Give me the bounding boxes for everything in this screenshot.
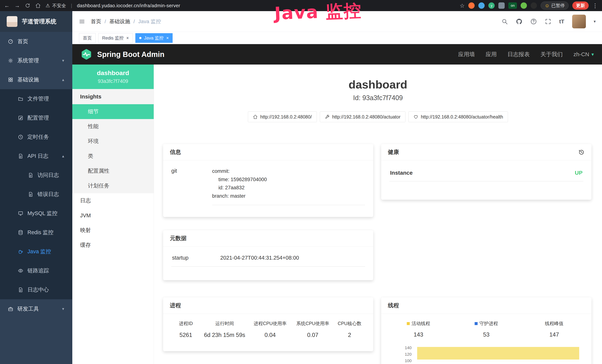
- chrome-update-button[interactable]: 更新: [572, 1, 589, 10]
- sba-menu-environment[interactable]: 环境: [72, 134, 154, 149]
- locale-label: zh-CN: [573, 51, 589, 57]
- reload-button[interactable]: [25, 3, 30, 8]
- sba-menu-scheduled-tasks[interactable]: 计划任务: [72, 178, 154, 193]
- sidebar-item-redis-monitor[interactable]: Redis 监控: [0, 223, 72, 242]
- legend-daemon-value: 53: [448, 331, 525, 338]
- metadata-card-title: 元数据: [163, 230, 373, 247]
- clock-icon: [18, 134, 23, 140]
- sba-menu-classes[interactable]: 类: [72, 149, 154, 163]
- hamburger-icon[interactable]: [79, 18, 85, 25]
- sidebar-item-label: 配置管理: [27, 114, 49, 122]
- close-icon[interactable]: ×: [126, 35, 129, 41]
- puzzle-extension-icon[interactable]: [498, 2, 505, 9]
- toolbox-icon: [8, 306, 13, 312]
- droplet-extension-icon[interactable]: [478, 2, 485, 9]
- paused-extension-badge[interactable]: ☺ 已暂停: [541, 1, 569, 10]
- github-icon[interactable]: [516, 18, 522, 25]
- sba-nav-wallboard[interactable]: 应用墙: [458, 51, 475, 58]
- link-chip-health[interactable]: http://192.168.0.2:48080/actuator/health: [408, 111, 508, 122]
- sidebar-item-file-management[interactable]: 文件管理: [0, 89, 72, 108]
- sidebar-item-api-logs[interactable]: API 日志 ▴: [0, 147, 72, 166]
- forward-button[interactable]: →: [14, 0, 20, 11]
- sba-menu-performance[interactable]: 性能: [72, 119, 154, 134]
- paw-extension-icon[interactable]: [531, 2, 537, 9]
- sidebar-item-access-logs[interactable]: 访问日志: [0, 166, 72, 185]
- instance-header[interactable]: dashboard 93a3fc7f7409: [72, 64, 154, 89]
- sidebar-item-mysql-monitor[interactable]: MySQL 监控: [0, 204, 72, 223]
- home-button[interactable]: [35, 3, 41, 8]
- warning-icon: ⚠: [46, 3, 50, 9]
- sba-menu-details[interactable]: 细节: [72, 104, 154, 119]
- history-icon[interactable]: [578, 149, 585, 156]
- sidebar-item-system-management[interactable]: 系统管理 ▾: [0, 51, 72, 70]
- sba-menu-jvm[interactable]: JVM: [72, 208, 154, 223]
- sba-nav-journal[interactable]: 日志报表: [507, 51, 530, 58]
- health-instance-row[interactable]: Instance UP: [389, 167, 583, 181]
- sidebar-item-label: 错误日志: [37, 191, 59, 198]
- sba-menu-config-props[interactable]: 配置属性: [72, 163, 154, 178]
- y-tick: 140: [389, 345, 412, 350]
- breadcrumb-home[interactable]: 首页: [91, 18, 101, 25]
- document-icon: [18, 287, 23, 293]
- chevron-down-icon: ▾: [62, 58, 64, 63]
- close-icon[interactable]: ×: [166, 35, 169, 41]
- eye-icon: [18, 268, 23, 274]
- header-actions: tT ▾: [501, 15, 596, 28]
- search-icon[interactable]: [501, 18, 508, 25]
- caret-down-icon[interactable]: ▾: [594, 19, 596, 24]
- threads-legend: 活动线程 143 守护进程 53 线程峰值 147: [389, 321, 583, 338]
- sba-sidebar: dashboard 93a3fc7f7409 Insights 细节 性能 环境…: [72, 64, 154, 364]
- sba-nav-about[interactable]: 关于我们: [540, 51, 563, 58]
- tab-home[interactable]: 首页: [79, 33, 96, 43]
- page-title: dashboard: [154, 78, 602, 91]
- sidebar-item-home[interactable]: 首页: [0, 32, 72, 51]
- folder-icon: [18, 96, 23, 102]
- sidebar-item-scheduled-jobs[interactable]: 定时任务: [0, 127, 72, 147]
- legend-swatch-live: [407, 322, 410, 325]
- help-icon[interactable]: [530, 18, 537, 25]
- sidebar-item-log-center[interactable]: 日志中心: [0, 280, 72, 299]
- locale-selector[interactable]: zh-CN ▾: [573, 51, 594, 57]
- sidebar-item-label: API 日志: [27, 152, 48, 160]
- process-col-proc-cpu: 进程CPU使用率: [249, 321, 291, 327]
- sidebar-item-link-tracing[interactable]: 链路追踪: [0, 261, 72, 280]
- sba-menu-caches[interactable]: 缓存: [72, 238, 154, 253]
- document-icon: [28, 192, 33, 197]
- database-icon: [18, 230, 23, 235]
- fox-extension-icon[interactable]: [468, 2, 475, 9]
- sidebar-item-label: MySQL 监控: [27, 210, 57, 217]
- monitor-icon: [18, 211, 23, 216]
- green-extension-icon[interactable]: y: [488, 2, 495, 9]
- site-security[interactable]: ⚠ 不安全: [46, 3, 66, 9]
- sidebar-item-java-monitor[interactable]: Java 监控: [0, 242, 72, 261]
- back-button[interactable]: ←: [4, 0, 10, 11]
- sidebar-item-dev-tools[interactable]: 研发工具 ▾: [0, 299, 72, 318]
- bookmark-star-icon[interactable]: ☆: [460, 2, 465, 9]
- font-size-icon[interactable]: tT: [559, 18, 564, 25]
- legend-daemon-threads: 守护进程: [448, 321, 525, 327]
- sba-menu-logs[interactable]: 日志: [72, 193, 154, 208]
- tab-redis-monitor[interactable]: Redis 监控 ×: [98, 33, 133, 43]
- info-card-title: 信息: [163, 144, 373, 161]
- avatar[interactable]: [572, 15, 586, 28]
- chevron-up-icon: ▴: [62, 154, 64, 159]
- browser-menu-icon[interactable]: ⋮: [592, 2, 598, 9]
- link-chip-actuator[interactable]: http://192.168.0.2:48080/actuator: [320, 111, 406, 122]
- fullscreen-icon[interactable]: [545, 18, 551, 25]
- info-value: commit: time: 1596289704000 id: 27aa832 …: [212, 167, 365, 205]
- sba-nav-applications[interactable]: 应用: [485, 51, 497, 58]
- threads-chart: 140 120 100: [389, 341, 583, 364]
- sidebar-item-config-management[interactable]: 配置管理: [0, 108, 72, 127]
- chevron-down-icon: ▾: [62, 307, 64, 311]
- sidebar-item-error-logs[interactable]: 错误日志: [0, 185, 72, 204]
- breadcrumb-infrastructure[interactable]: 基础设施: [109, 18, 130, 25]
- sba-menu-mappings[interactable]: 映射: [72, 223, 154, 238]
- document-icon: [18, 153, 23, 159]
- tab-java-monitor[interactable]: Java 监控 ×: [135, 33, 172, 43]
- sidebar-item-infrastructure[interactable]: 基础设施 ▴: [0, 70, 72, 89]
- url-bar[interactable]: dashboard.yudao.iocoder.cn/infra/admin-s…: [77, 3, 180, 9]
- proxy-on-badge[interactable]: on: [508, 2, 517, 9]
- link-chip-root[interactable]: http://192.168.0.2:48080/: [248, 111, 317, 122]
- leaf-extension-icon[interactable]: [521, 2, 527, 9]
- sba-navbar: Spring Boot Admin 应用墙 应用 日志报表 关于我们 zh-CN…: [72, 44, 602, 64]
